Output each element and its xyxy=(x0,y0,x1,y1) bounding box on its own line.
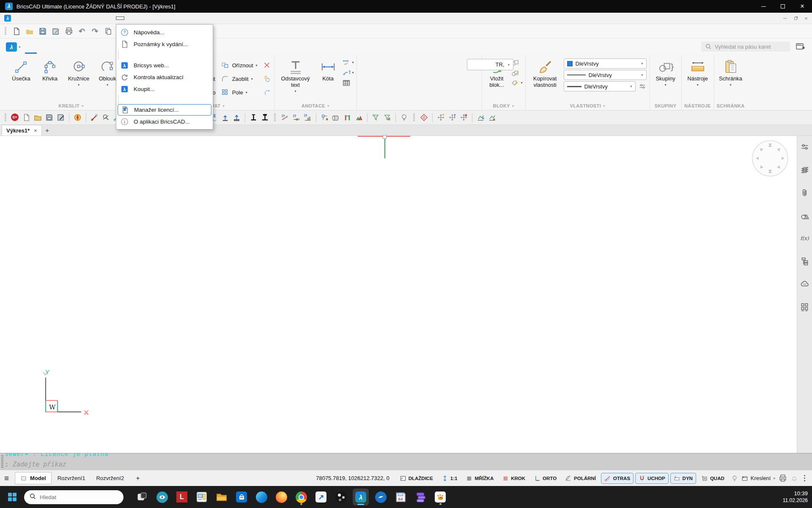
child-minimize-button[interactable] xyxy=(780,14,790,22)
match-properties-button[interactable]: Kopírovat vlastnosti xyxy=(528,56,562,88)
chevron-down-icon[interactable]: ▾ xyxy=(295,89,296,93)
taskbar-clock[interactable]: 10:39 11.02.2026 xyxy=(783,490,808,504)
tray-icon-tray-wifi[interactable] xyxy=(744,493,752,501)
ribbon-config-icon[interactable]: ✱ xyxy=(795,41,806,52)
style-combo-fragment[interactable]: TR,▾ xyxy=(467,59,513,70)
menubar-item-n-stroje[interactable] xyxy=(57,17,65,20)
toolbar-button-tb-profdel[interactable] xyxy=(487,113,497,122)
taskbar-app-chrome[interactable] xyxy=(293,489,309,505)
toolbar-button-tb-editline[interactable] xyxy=(90,113,99,122)
status-toggle-m-ka[interactable]: MŘÍŽKA xyxy=(462,473,497,484)
help-menu-item-mana-er-licenc[interactable]: Manažer licencí... xyxy=(118,104,211,116)
group-title[interactable]: ANOTACE xyxy=(302,103,325,108)
toolbar-button-tb-funnel1[interactable] xyxy=(371,113,381,122)
command-panel[interactable]: Sewer+ : Licence je platná : Zadejte pří… xyxy=(0,453,812,470)
menubar-item-soubor[interactable] xyxy=(14,17,23,20)
taskbar-app-explorer[interactable] xyxy=(214,489,230,505)
start-button[interactable] xyxy=(4,489,20,505)
status-toggle-uchop[interactable]: UCHOP xyxy=(635,473,669,484)
panel-button-cloud[interactable] xyxy=(800,279,810,289)
table-icon[interactable] xyxy=(342,78,351,87)
taskbar-app-edge[interactable] xyxy=(253,489,269,505)
toolbar-button-tb-info1[interactable]: i? xyxy=(280,113,290,122)
toolbar-button-tb-pipe[interactable] xyxy=(331,113,341,122)
ribbon-tab-v-choz[interactable] xyxy=(25,46,37,54)
toolbar-button-tb-lamp[interactable] xyxy=(399,113,409,122)
menubar-item-okno[interactable] xyxy=(107,17,116,20)
line-button[interactable]: Úsečka xyxy=(8,56,35,82)
group-title[interactable]: NÁSTROJE xyxy=(684,103,711,108)
clipboard-button[interactable]: Schránka ▾ xyxy=(717,56,745,87)
toolbar-button-tb-crossdel[interactable] xyxy=(459,113,469,122)
ribbon-tab-innosti[interactable] xyxy=(76,46,88,54)
polyline-button[interactable]: Křivka xyxy=(36,56,63,82)
workspace-switcher[interactable]: Kreslení ▾ xyxy=(741,475,775,482)
toolbar-button-tb-info3[interactable]: i? xyxy=(303,113,313,122)
taskbar-app-settings-app[interactable] xyxy=(194,489,210,505)
qat-button-undo[interactable]: ↶ xyxy=(77,26,87,36)
toolbar-grip[interactable] xyxy=(5,113,6,122)
tools-button[interactable]: Nástroje ▾ xyxy=(684,56,711,87)
toolbar-button-tb-profadd[interactable]: + xyxy=(476,113,486,122)
menubar-item-modifikovat[interactable] xyxy=(82,17,91,20)
taskbar-app-obs[interactable] xyxy=(333,489,349,505)
linetype-combo[interactable]: DleVrstvy ▾ xyxy=(564,70,647,80)
menubar-item-parametrick[interactable] xyxy=(91,17,99,20)
trim-button[interactable]: Oříznout▾ xyxy=(221,59,258,72)
ribbon-tab-2d-parametrick[interactable] xyxy=(63,46,75,54)
panel-button-fields[interactable]: f(x) xyxy=(800,233,810,243)
toolbar-button-tb-up1[interactable] xyxy=(220,113,230,122)
chevron-down-icon[interactable]: ▾ xyxy=(521,81,523,85)
add-layout-button[interactable]: + xyxy=(132,475,143,482)
taskbar-app-bricscad[interactable]: λ xyxy=(353,489,369,505)
toolbar-button-tb-funnel2[interactable] xyxy=(382,113,392,122)
toolbar-button-tb-tee2[interactable] xyxy=(260,113,270,122)
menubar-item-vlo-it[interactable] xyxy=(40,17,48,20)
qat-button-file-new[interactable] xyxy=(11,26,22,36)
status-toggle-quad[interactable]: QUAD xyxy=(698,473,728,484)
toolbar-button-tb-tee1[interactable] xyxy=(249,113,258,122)
toolbar-button-sewer-logo[interactable]: S+ xyxy=(10,113,20,122)
toolbar-button-tb-basin[interactable] xyxy=(354,113,364,122)
menubar-item-n-pov-da[interactable] xyxy=(116,17,124,20)
ribbon-app-button[interactable]: λ ▾ xyxy=(6,42,21,52)
panel-button-components[interactable] xyxy=(800,302,810,312)
toolbar-button-tb-block[interactable] xyxy=(320,113,329,122)
taskbar-app-task-view[interactable] xyxy=(134,489,150,505)
status-toggle-1-1[interactable]: 1:1 xyxy=(438,473,461,484)
help-menu-item-n-pov-da[interactable]: ? Nápověda... xyxy=(116,26,213,38)
lineweight-combo[interactable]: DleVrstvy ▾ xyxy=(564,81,636,91)
document-tab-v-kres1[interactable]: Výkres1* × xyxy=(2,125,42,135)
status-toggle-krok[interactable]: KROK xyxy=(499,473,529,484)
panel-button-attachments[interactable] xyxy=(800,188,810,198)
kebab-menu-icon[interactable] xyxy=(801,475,808,481)
group-title[interactable]: SKUPINY xyxy=(655,103,677,108)
delete-button[interactable] xyxy=(263,59,272,72)
child-restore-button[interactable] xyxy=(791,14,800,22)
drawing-canvas[interactable]: Y W X xyxy=(0,136,797,453)
menubar-item-kreslit[interactable] xyxy=(65,17,74,20)
help-menu-item-pozn-mky-k-vyd-n[interactable]: Poznámky k vydání... xyxy=(116,38,213,50)
dim-linear-icon[interactable] xyxy=(342,58,351,67)
layout-tab-rozvr-en-1[interactable]: Rozvržení1 xyxy=(52,472,91,484)
attribute-edit-icon[interactable] xyxy=(511,78,520,87)
taskbar-app-store[interactable] xyxy=(233,489,250,505)
status-toggle-dla-dice[interactable]: DLAŽDICE xyxy=(396,473,436,484)
search-input[interactable] xyxy=(40,494,103,500)
mtext-button[interactable]: Odstavcový text ▾ xyxy=(277,56,314,93)
circle-button[interactable]: Kružnice ▾ xyxy=(65,56,92,87)
ribbon-tab-vlo-it[interactable] xyxy=(38,46,49,54)
status-toggle-pol-rn[interactable]: POLÁRNÍ xyxy=(562,473,599,484)
toolbar-button-tb-info2[interactable]: i? xyxy=(291,113,301,122)
group-title[interactable]: VLASTNOSTI xyxy=(570,103,601,108)
panel-button-panel-settings[interactable] xyxy=(800,142,810,152)
ribbon-tab-modifikovat[interactable] xyxy=(101,46,113,54)
ribbon-search[interactable]: Vyhledat na pásu karet xyxy=(701,41,790,52)
explode-button[interactable] xyxy=(263,72,272,85)
array-button[interactable]: Pole▾ xyxy=(221,86,258,99)
lightbulb-icon[interactable] xyxy=(731,475,738,482)
toolbar-button-tb-folder[interactable] xyxy=(33,113,43,122)
chevron-down-icon[interactable]: ▾ xyxy=(78,83,80,87)
menubar-item-sewer[interactable] xyxy=(124,17,133,20)
chevron-down-icon[interactable]: ▾ xyxy=(107,83,108,87)
